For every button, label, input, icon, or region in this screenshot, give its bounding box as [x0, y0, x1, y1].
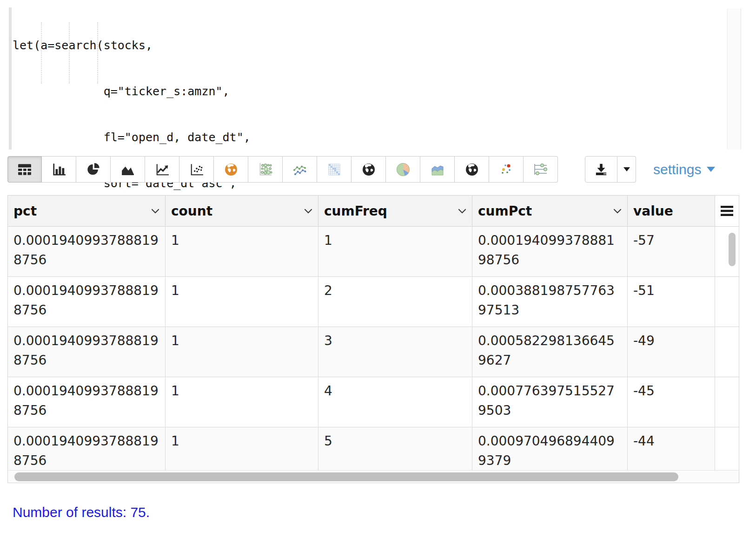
chevron-down-icon[interactable]	[458, 209, 466, 214]
cell-cumpct: 0.0007763975155279503	[472, 377, 628, 427]
area-chart-button[interactable]	[111, 156, 145, 183]
bar-chart-icon	[52, 163, 66, 177]
grid-menu-button[interactable]	[715, 196, 739, 226]
multi-line-chart-icon	[292, 162, 307, 177]
column-label: count	[171, 203, 212, 219]
line-chart-button[interactable]	[145, 156, 179, 183]
sliders-button[interactable]	[524, 156, 558, 183]
column-header-cumpct[interactable]: cumPct	[472, 196, 628, 226]
caret-down-icon	[623, 167, 630, 171]
table-body[interactable]: 0.00019409937888198756 1 1 0.00019409937…	[8, 227, 739, 470]
bar-chart-button[interactable]	[42, 156, 76, 183]
cell-pct: 0.00019409937888198756	[8, 327, 166, 377]
table-row[interactable]: 0.00019409937888198756 1 4 0.00077639751…	[8, 377, 739, 427]
heatmap-button[interactable]	[317, 156, 351, 183]
vertical-scrollbar-thumb[interactable]	[729, 233, 736, 266]
pie-chart-icon	[86, 163, 100, 177]
cell-value: -51	[628, 277, 715, 327]
chevron-down-icon[interactable]	[151, 209, 159, 214]
table-header-row: pct count cumFreq cumPct value	[8, 196, 739, 227]
cell-cumfreq: 3	[318, 327, 472, 377]
chart-type-button-group	[7, 156, 558, 183]
globe-orange-icon	[224, 162, 239, 177]
globe-dark2-icon	[464, 162, 479, 177]
cell-count: 1	[166, 327, 318, 377]
visualization-toolbar: settings	[7, 156, 749, 183]
column-label: value	[633, 203, 673, 219]
table-row[interactable]: 0.00019409937888198756 1 3 0.00058229813…	[8, 327, 739, 377]
area-color-button[interactable]	[420, 156, 455, 183]
bubble-chart-button[interactable]	[248, 156, 283, 183]
download-button[interactable]	[585, 156, 617, 183]
cell-cumfreq: 1	[318, 227, 472, 276]
horizontal-scrollbar-thumb[interactable]	[14, 472, 678, 481]
cell-cumpct: 0.00038819875776397513	[472, 277, 628, 327]
map-orange-button[interactable]	[214, 156, 248, 183]
editor-scrollbar-track[interactable]	[727, 8, 741, 150]
cell-cumpct: 0.0009704968944099379	[472, 427, 628, 470]
hamburger-menu-icon	[721, 206, 733, 216]
cell-cumfreq: 4	[318, 377, 472, 427]
pie-color-icon	[396, 162, 411, 177]
cell-cumfreq: 2	[318, 277, 472, 327]
chevron-down-icon[interactable]	[613, 209, 622, 214]
line-chart-icon	[155, 163, 169, 177]
cell-pct: 0.00019409937888198756	[8, 227, 166, 276]
scatter-color-button[interactable]	[489, 156, 524, 183]
column-header-cumfreq[interactable]: cumFreq	[318, 196, 472, 226]
scrollbar-gutter	[715, 327, 739, 377]
cell-pct: 0.00019409937888198756	[8, 377, 166, 427]
cell-value: -57	[628, 227, 715, 276]
column-header-count[interactable]: count	[166, 196, 318, 226]
pie-chart-button[interactable]	[76, 156, 111, 183]
cell-count: 1	[166, 377, 318, 427]
chevron-down-icon[interactable]	[304, 209, 312, 214]
pie-color-button[interactable]	[386, 156, 420, 183]
map-dark-button[interactable]	[351, 156, 386, 183]
scrollbar-gutter	[715, 377, 739, 427]
cell-pct: 0.00019409937888198756	[8, 427, 166, 470]
column-label: cumPct	[478, 203, 532, 219]
caret-down-icon	[707, 167, 715, 172]
area-chart-icon	[121, 163, 135, 177]
table-row[interactable]: 0.00019409937888198756 1 1 0.00019409937…	[8, 227, 739, 277]
table-icon	[18, 164, 32, 176]
scrollbar-gutter	[715, 427, 739, 470]
cell-value: -45	[628, 377, 715, 427]
code-editor[interactable]: let(a=search(stocks, q="ticker_s:amzn", …	[0, 0, 756, 153]
column-label: cumFreq	[324, 203, 387, 219]
column-header-pct[interactable]: pct	[8, 196, 166, 226]
horizontal-scrollbar-track[interactable]	[8, 470, 739, 483]
scatter-chart-button[interactable]	[179, 156, 214, 183]
cell-value: -44	[628, 427, 715, 470]
cell-count: 1	[166, 427, 318, 470]
download-options-button[interactable]	[617, 156, 636, 183]
table-view-button[interactable]	[7, 156, 42, 183]
column-label: pct	[13, 203, 37, 219]
results-table: pct count cumFreq cumPct value	[7, 195, 739, 483]
map-dark-button-2[interactable]	[455, 156, 489, 183]
settings-link[interactable]: settings	[653, 156, 715, 183]
multi-line-chart-button[interactable]	[283, 156, 317, 183]
download-icon	[594, 163, 608, 176]
scatter-chart-icon	[190, 163, 204, 177]
results-count-text: Number of results: 75.	[13, 504, 150, 520]
bubble-chart-icon	[258, 162, 273, 177]
editor-left-bar	[9, 7, 12, 150]
heatmap-icon	[327, 162, 342, 177]
cell-value: -49	[628, 327, 715, 377]
cell-count: 1	[166, 227, 318, 276]
scrollbar-gutter	[715, 277, 739, 327]
cell-cumpct: 0.00019409937888198756	[472, 227, 628, 276]
globe-dark-icon	[361, 162, 376, 177]
table-row[interactable]: 0.00019409937888198756 1 5 0.00097049689…	[8, 427, 739, 470]
cell-cumpct: 0.0005822981366459627	[472, 327, 628, 377]
code-line: fl="open_d, date_dt",	[13, 130, 251, 145]
code-line: let(a=search(stocks,	[13, 38, 251, 53]
table-row[interactable]: 0.00019409937888198756 1 2 0.00038819875…	[8, 277, 739, 327]
settings-label: settings	[653, 162, 701, 177]
cell-pct: 0.00019409937888198756	[8, 277, 166, 327]
scatter-color-icon	[499, 162, 514, 177]
download-button-group	[585, 156, 636, 183]
column-header-value[interactable]: value	[628, 196, 715, 226]
